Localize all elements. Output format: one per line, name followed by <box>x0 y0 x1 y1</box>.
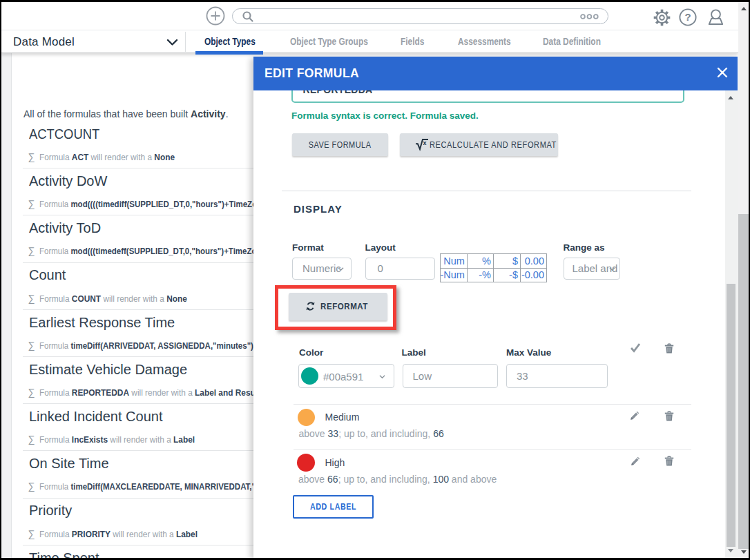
svg-text:?: ? <box>684 11 691 23</box>
svg-text:x: x <box>423 139 427 146</box>
